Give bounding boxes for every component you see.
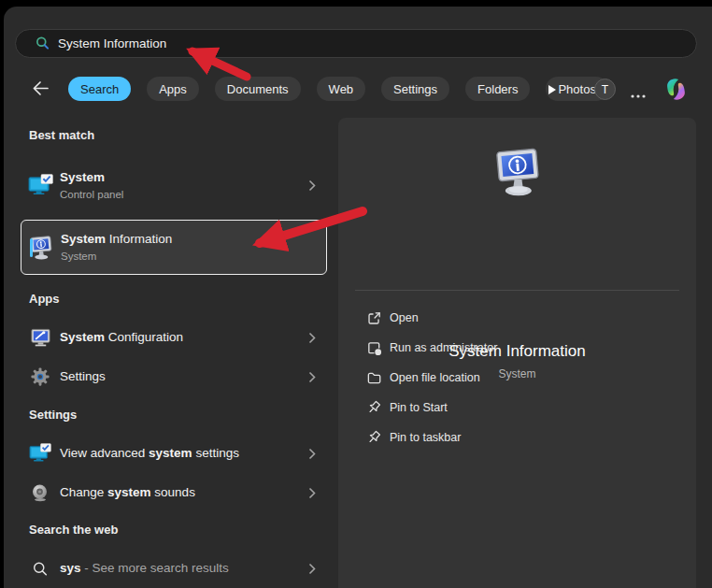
result-web-search[interactable]: sys - See more search results xyxy=(21,550,327,588)
tab-web[interactable]: Web xyxy=(317,77,366,101)
user-avatar[interactable]: T xyxy=(594,79,616,100)
action-run-as-administrator[interactable]: Run as administrator xyxy=(338,333,696,363)
result-title: System Information xyxy=(61,232,326,248)
system-monitor-check-icon xyxy=(21,443,60,465)
action-list: Open Run as administrator Open file l xyxy=(338,303,696,452)
result-system-control-panel[interactable]: System Control panel xyxy=(21,164,327,208)
action-open[interactable]: Open xyxy=(338,303,696,333)
result-subtitle: System xyxy=(61,250,326,263)
result-subtitle: Control panel xyxy=(60,188,308,201)
folder-icon xyxy=(366,370,390,386)
section-apps: Apps xyxy=(29,292,60,306)
action-pin-to-start[interactable]: Pin to Start xyxy=(338,393,696,423)
tab-documents[interactable]: Documents xyxy=(215,77,301,101)
section-best-match: Best match xyxy=(29,128,94,142)
run-as-administrator-icon xyxy=(366,340,390,356)
overflow-menu-icon[interactable] xyxy=(630,86,647,103)
selection-accent-bar xyxy=(30,238,33,257)
more-tabs-icon[interactable] xyxy=(548,82,557,99)
copilot-icon[interactable] xyxy=(663,77,689,106)
divider xyxy=(355,290,679,291)
section-settings: Settings xyxy=(29,408,77,422)
system-information-icon xyxy=(21,235,61,261)
section-search-the-web: Search the web xyxy=(29,523,118,537)
tab-settings[interactable]: Settings xyxy=(381,77,449,101)
settings-gear-icon xyxy=(21,366,60,387)
pin-icon xyxy=(366,400,390,416)
tab-folders[interactable]: Folders xyxy=(465,77,530,101)
result-title: System xyxy=(60,170,308,186)
action-pin-to-taskbar[interactable]: Pin to taskbar xyxy=(338,423,696,452)
search-icon xyxy=(35,36,50,51)
search-input[interactable] xyxy=(58,36,619,50)
result-title: View advanced system settings xyxy=(60,446,308,462)
preview-pane: System Information System Open xyxy=(338,118,696,588)
result-title: sys - See more search results xyxy=(60,561,308,577)
start-search-panel: Search Apps Documents Web Settings Folde… xyxy=(0,0,712,588)
system-information-app-icon xyxy=(338,146,696,198)
filter-tabs: Search Apps Documents Web Settings Folde… xyxy=(68,77,608,101)
result-title: Change system sounds xyxy=(60,485,308,501)
tab-search[interactable]: Search xyxy=(68,77,131,101)
chevron-right-icon xyxy=(308,487,316,499)
result-title: Settings xyxy=(60,369,308,385)
search-bar[interactable] xyxy=(15,29,697,58)
chevron-right-icon xyxy=(308,179,316,192)
result-system-configuration[interactable]: System Configuration xyxy=(21,318,327,357)
result-title: System Configuration xyxy=(60,330,308,346)
result-change-system-sounds[interactable]: Change system sounds xyxy=(21,473,327,512)
pin-icon xyxy=(366,430,390,446)
system-configuration-icon xyxy=(21,327,60,349)
chevron-right-icon xyxy=(308,332,316,344)
search-icon xyxy=(21,561,60,578)
result-view-advanced-system-settings[interactable]: View advanced system settings xyxy=(21,434,327,473)
speaker-icon xyxy=(21,483,60,502)
result-system-information[interactable]: System Information System xyxy=(21,220,327,275)
chevron-right-icon xyxy=(308,371,316,383)
back-button[interactable] xyxy=(32,80,50,97)
chevron-right-icon xyxy=(308,448,316,460)
action-open-file-location[interactable]: Open file location xyxy=(338,363,696,393)
result-settings-app[interactable]: Settings xyxy=(21,357,327,396)
chevron-right-icon xyxy=(308,563,316,575)
system-monitor-check-icon xyxy=(21,174,60,198)
tab-apps[interactable]: Apps xyxy=(147,77,199,101)
open-icon xyxy=(366,310,390,326)
